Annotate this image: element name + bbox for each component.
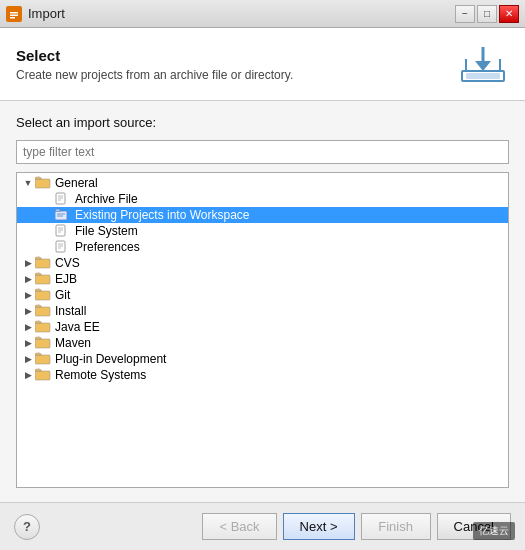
svg-rect-15 [55,211,67,220]
folder-icon [35,320,51,334]
special-leaf-icon [55,208,71,222]
svg-rect-32 [35,355,50,364]
cancel-button[interactable]: Cancel [437,513,511,540]
maximize-button[interactable]: □ [477,5,497,23]
footer-buttons: < Back Next > Finish Cancel [202,513,511,540]
tree-item-label: CVS [53,256,80,270]
tree-item-java-ee[interactable]: ▶ Java EE [17,319,508,335]
folder-icon [35,352,51,366]
filter-input[interactable] [16,140,509,164]
header-icon [457,42,509,86]
svg-rect-30 [35,323,50,332]
tree-item-file-system[interactable]: File System [17,223,508,239]
svg-rect-5 [466,73,500,79]
next-button[interactable]: Next > [283,513,355,540]
footer-section: ? < Back Next > Finish Cancel [0,502,525,550]
help-button[interactable]: ? [14,514,40,540]
tree-item-general[interactable]: ▼ General [17,175,508,191]
tree-item-maven[interactable]: ▶ Maven [17,335,508,351]
svg-rect-31 [35,339,50,348]
tree-item-archive-file[interactable]: Archive File [17,191,508,207]
expander-icon: ▶ [21,272,35,286]
svg-rect-33 [35,371,50,380]
svg-rect-27 [35,275,50,284]
leaf-icon [55,224,71,238]
tree-item-label: Java EE [53,320,100,334]
tree-item-label: Existing Projects into Workspace [73,208,250,222]
tree-item-label: Install [53,304,86,318]
tree-container: ▼ General Archive File Existing Projects… [16,172,509,488]
tree-item-git[interactable]: ▶ Git [17,287,508,303]
header-section: Select Create new projects from an archi… [0,28,525,101]
content-section: Select an import source: ▼ General Archi… [0,101,525,502]
source-label: Select an import source: [16,115,509,130]
tree-item-label: General [53,176,98,190]
svg-rect-28 [35,291,50,300]
svg-rect-2 [10,14,18,16]
tree-item-existing-projects[interactable]: Existing Projects into Workspace [17,207,508,223]
expander-icon: ▼ [21,176,35,190]
svg-marker-7 [475,61,491,71]
tree-item-label: EJB [53,272,77,286]
svg-rect-10 [35,179,50,188]
tree-item-remote-sys[interactable]: ▶ Remote Systems [17,367,508,383]
svg-rect-11 [56,193,65,204]
tree-item-label: Preferences [73,240,140,254]
expander-icon: ▶ [21,320,35,334]
tree-item-plugin-dev[interactable]: ▶ Plug-in Development [17,351,508,367]
title-bar-left: Import [6,6,65,22]
tree-item-label: Git [53,288,70,302]
expander-icon: ▶ [21,288,35,302]
tree-scroll[interactable]: ▼ General Archive File Existing Projects… [17,173,508,487]
folder-icon [35,272,51,286]
svg-rect-18 [56,225,65,236]
svg-rect-22 [56,241,65,252]
tree-item-cvs[interactable]: ▶ CVS [17,255,508,271]
expander-icon: ▶ [21,304,35,318]
expander-icon: ▶ [21,352,35,366]
app-icon [6,6,22,22]
header-text: Select Create new projects from an archi… [16,47,293,82]
svg-rect-29 [35,307,50,316]
close-button[interactable]: ✕ [499,5,519,23]
tree-item-label: Maven [53,336,91,350]
folder-icon [35,176,51,190]
expander-icon: ▶ [21,368,35,382]
window-controls: − □ ✕ [455,5,519,23]
tree-item-label: Remote Systems [53,368,146,382]
tree-item-ejb[interactable]: ▶ EJB [17,271,508,287]
svg-rect-26 [35,259,50,268]
window-title: Import [28,6,65,21]
page-description: Create new projects from an archive file… [16,68,293,82]
folder-icon [35,336,51,350]
back-button[interactable]: < Back [202,513,276,540]
title-bar: Import − □ ✕ [0,0,525,28]
svg-rect-3 [10,17,15,19]
leaf-icon [55,240,71,254]
folder-icon [35,304,51,318]
svg-rect-1 [10,12,18,14]
tree-item-label: Archive File [73,192,138,206]
dialog-body: Select Create new projects from an archi… [0,28,525,550]
expander-icon: ▶ [21,256,35,270]
folder-icon [35,368,51,382]
folder-icon [35,256,51,270]
tree-item-install[interactable]: ▶ Install [17,303,508,319]
finish-button[interactable]: Finish [361,513,431,540]
tree-item-label: File System [73,224,138,238]
expander-icon: ▶ [21,336,35,350]
tree-item-label: Plug-in Development [53,352,166,366]
folder-icon [35,288,51,302]
minimize-button[interactable]: − [455,5,475,23]
tree-item-preferences[interactable]: Preferences [17,239,508,255]
leaf-icon [55,192,71,206]
page-title: Select [16,47,293,64]
